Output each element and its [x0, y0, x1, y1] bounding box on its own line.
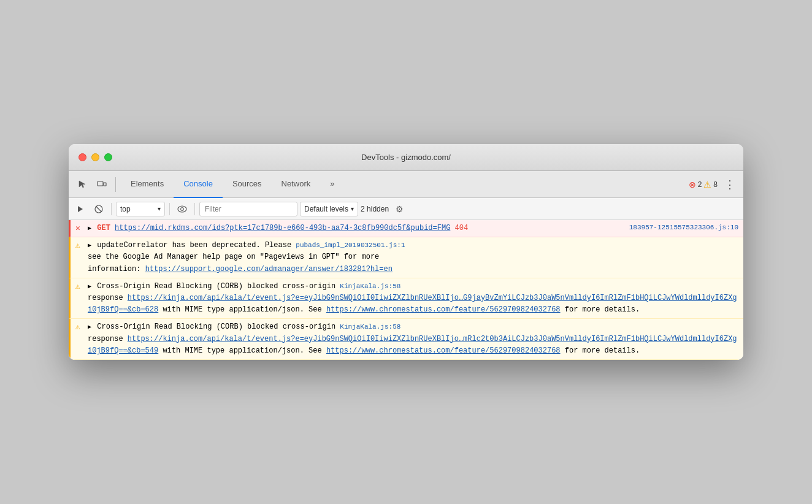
warn-text-2c: with MIME type application/json. See — [163, 305, 326, 314]
execute-button[interactable] — [72, 201, 88, 217]
svg-marker-2 — [78, 206, 83, 212]
close-button[interactable] — [79, 153, 86, 161]
warn-text-3a: Cross-Origin Read Blocking (CORB) blocke… — [97, 323, 340, 331]
warn-entry-icon-3: ⚠ — [75, 321, 88, 332]
maximize-button[interactable] — [104, 153, 112, 161]
expand-triangle[interactable]: ▶ — [88, 241, 91, 251]
warn-text-2a: Cross-Origin Read Blocking (CORB) blocke… — [97, 282, 340, 291]
expand-triangle[interactable]: ▶ — [88, 323, 91, 332]
filter-input[interactable] — [199, 202, 297, 216]
device-toggle-icon[interactable] — [93, 176, 110, 193]
error-status-code: 404 — [455, 224, 469, 232]
traffic-lights — [79, 153, 112, 161]
warn-text-1c: information: — [88, 265, 145, 273]
toolbar-right: ⊗ 2 ⚠ 8 ⋮ — [689, 176, 738, 193]
title-bar: DevTools - gizmodo.com/ — [69, 144, 743, 171]
tab-more[interactable]: » — [320, 171, 344, 198]
svg-point-5 — [178, 206, 186, 212]
window-title: DevTools - gizmodo.com/ — [361, 153, 451, 162]
minimize-button[interactable] — [91, 153, 99, 161]
devtools-window: DevTools - gizmodo.com/ Elements Console — [69, 144, 743, 360]
warn-text-3d: for more details. — [565, 346, 640, 355]
warn-text-2b: response — [88, 294, 128, 302]
clear-button[interactable] — [91, 201, 107, 217]
error-badge: ⊗ 2 ⚠ 8 — [689, 180, 718, 189]
level-arrow: ▾ — [351, 205, 354, 212]
tab-console[interactable]: Console — [174, 171, 223, 198]
eye-button[interactable] — [174, 201, 190, 217]
error-source-link[interactable]: 183957-12515575323306.js:10 — [629, 224, 738, 231]
warn-entry-content-2: ▶ Cross-Origin Read Blocking (CORB) bloc… — [88, 281, 738, 316]
svg-rect-1 — [104, 183, 106, 186]
console-divider-3 — [194, 203, 195, 215]
warn-link-1[interactable]: https://support.google.com/admanager/ans… — [145, 265, 393, 273]
tab-network[interactable]: Network — [272, 171, 321, 198]
warn-entry-content-3: ▶ Cross-Origin Read Blocking (CORB) bloc… — [88, 321, 738, 357]
svg-rect-0 — [98, 181, 103, 186]
warn-inline-source-1[interactable]: pubads_impl_2019032501.js:1 — [296, 242, 405, 249]
expand-triangle[interactable]: ▶ — [88, 224, 91, 234]
warning-icon: ⚠ — [703, 180, 711, 189]
console-toolbar: top ▾ Default levels ▾ 2 hidden ⚙ — [69, 198, 743, 220]
console-divider-2 — [169, 203, 170, 215]
warn-entry-icon-2: ⚠ — [75, 281, 88, 291]
console-entry-warn-3[interactable]: ⚠ ▶ Cross-Origin Read Blocking (CORB) bl… — [69, 319, 743, 360]
console-settings-icon[interactable]: ⚙ — [391, 201, 407, 217]
svg-point-6 — [181, 207, 184, 210]
console-content: ✕ ▶ GET https://mid.rkdms.com/ids?ptk=17… — [69, 220, 743, 360]
error-entry-icon: ✕ — [75, 223, 88, 233]
console-divider-1 — [111, 203, 112, 215]
tab-elements[interactable]: Elements — [121, 171, 174, 198]
warn-text-1b: see the Google Ad Manager help page on "… — [88, 253, 379, 261]
warn-text-3b: response — [88, 335, 128, 343]
warn-inline-source-3[interactable]: KinjaKala.js:58 — [340, 323, 400, 330]
toolbar-divider-1 — [115, 177, 116, 192]
warn-inline-source-2[interactable]: KinjaKala.js:58 — [340, 283, 400, 290]
tab-sources[interactable]: Sources — [223, 171, 272, 198]
more-options-icon[interactable]: ⋮ — [721, 176, 738, 193]
warn-link-3b[interactable]: https://www.chromestatus.com/feature/562… — [326, 346, 561, 355]
console-entry-error-1[interactable]: ✕ ▶ GET https://mid.rkdms.com/ids?ptk=17… — [69, 220, 743, 237]
warn-text-1a: updateCorrelator has been deprecated. Pl… — [97, 241, 296, 250]
error-entry-content: ▶ GET https://mid.rkdms.com/ids?ptk=17c1… — [88, 223, 624, 234]
svg-line-4 — [96, 206, 102, 212]
warn-text-3c: with MIME type application/json. See — [163, 346, 326, 355]
level-selector[interactable]: Default levels ▾ — [300, 202, 358, 216]
main-tabs: Elements Console Sources Network » — [121, 171, 686, 198]
warn-entry-content-1: ▶ updateCorrelator has been deprecated. … — [88, 240, 738, 275]
expand-triangle[interactable]: ▶ — [88, 282, 91, 292]
warn-entry-icon-1: ⚠ — [75, 240, 88, 250]
warn-link-2b[interactable]: https://www.chromestatus.com/feature/562… — [326, 305, 561, 314]
inspect-icon[interactable] — [74, 176, 91, 193]
error-source[interactable]: 183957-12515575323306.js:10 — [629, 223, 738, 231]
hidden-count: 2 hidden — [361, 205, 389, 213]
context-arrow: ▾ — [158, 205, 161, 212]
error-circle-icon: ⊗ — [689, 180, 696, 189]
console-entry-warn-1[interactable]: ⚠ ▶ updateCorrelator has been deprecated… — [69, 237, 743, 278]
console-entry-warn-2[interactable]: ⚠ ▶ Cross-Origin Read Blocking (CORB) bl… — [69, 278, 743, 319]
context-selector[interactable]: top ▾ — [116, 202, 165, 216]
main-toolbar: Elements Console Sources Network » ⊗ 2 ⚠… — [69, 171, 743, 198]
error-url-link[interactable]: https://mid.rkdms.com/ids?ptk=17c1789b-e… — [115, 224, 450, 232]
error-method: GET — [97, 224, 115, 232]
warn-text-2d: for more details. — [565, 305, 640, 314]
